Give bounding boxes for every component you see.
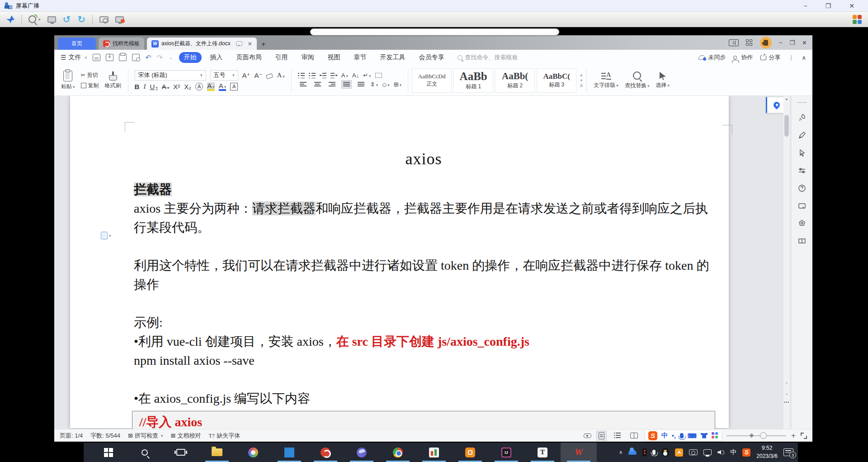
tray-camera-icon[interactable] bbox=[689, 449, 698, 455]
open-book-icon[interactable] bbox=[797, 237, 807, 246]
zoom-slider[interactable] bbox=[726, 435, 786, 436]
tab-dev-tools[interactable]: 开发工具 bbox=[375, 52, 410, 63]
more-options-icon[interactable]: ⋮ bbox=[788, 54, 794, 61]
page-indicator[interactable]: 页面: 1/4 bbox=[60, 432, 83, 440]
start-button[interactable] bbox=[90, 443, 127, 462]
adjust-sliders-icon[interactable] bbox=[797, 166, 807, 175]
camera-icon[interactable] bbox=[99, 16, 108, 23]
print-preview-icon[interactable] bbox=[132, 54, 140, 61]
increase-font-button[interactable]: A⁺ bbox=[242, 72, 250, 79]
undo-button[interactable]: ↺ bbox=[63, 14, 71, 24]
increase-indent-icon[interactable] bbox=[330, 72, 337, 78]
tab-insert[interactable]: 插入 bbox=[205, 52, 228, 63]
command-search[interactable]: 查找命令、搜索模板 bbox=[458, 53, 518, 62]
style-normal[interactable]: AaBbCcDd正文 bbox=[412, 68, 452, 93]
recorder-app-button[interactable] bbox=[307, 443, 344, 462]
close-button[interactable]: ✕ bbox=[849, 2, 854, 10]
tab-view[interactable]: 视图 bbox=[323, 52, 345, 63]
next-page-icon[interactable]: ⌄ bbox=[785, 391, 788, 395]
export-icon[interactable] bbox=[106, 54, 113, 61]
wps-restore-button[interactable]: ❐ bbox=[789, 39, 795, 46]
tab-home[interactable]: 首页 bbox=[58, 38, 96, 50]
dolphin-app-button[interactable] bbox=[344, 443, 380, 462]
shading-button[interactable]: ◇▾ bbox=[382, 81, 390, 87]
collapse-ribbon-icon[interactable]: ∧ bbox=[802, 54, 806, 61]
microphone-icon[interactable] bbox=[680, 433, 684, 438]
qq-icon[interactable] bbox=[661, 448, 669, 457]
sogou-tray-icon[interactable]: S bbox=[742, 448, 750, 457]
distribute-button[interactable] bbox=[356, 80, 366, 89]
restore-button[interactable]: ❐ bbox=[826, 2, 831, 10]
wps-close-button[interactable]: ✕ bbox=[802, 39, 807, 46]
tray-app-icon[interactable] bbox=[642, 448, 646, 456]
floating-scroll-bar[interactable] bbox=[310, 29, 559, 35]
layout-switch-icon[interactable]: 1 bbox=[729, 39, 739, 46]
cube-app-button[interactable] bbox=[452, 443, 488, 462]
superscript-button[interactable]: X² bbox=[173, 83, 180, 90]
chart-app-button[interactable] bbox=[416, 443, 452, 462]
font-name-select[interactable]: 宋体 (标题)▾ bbox=[135, 70, 206, 81]
sogou-logo-icon[interactable]: S bbox=[648, 431, 657, 440]
new-tab-button[interactable]: + bbox=[261, 40, 266, 50]
style-heading1[interactable]: AaBb标题 1 bbox=[453, 68, 493, 93]
tray-expand-icon[interactable]: ∧ bbox=[619, 449, 623, 455]
rocket-icon[interactable] bbox=[797, 113, 807, 122]
fullscreen-icon[interactable] bbox=[801, 433, 807, 439]
wps-minimize-button[interactable]: − bbox=[779, 39, 783, 46]
screen-share-icon[interactable] bbox=[115, 16, 124, 23]
italic-button[interactable]: I bbox=[143, 83, 146, 90]
drag-handle-icon[interactable]: —— bbox=[797, 100, 807, 105]
broadcast-grid-icon[interactable] bbox=[853, 15, 862, 24]
chrome-button[interactable] bbox=[380, 443, 416, 462]
enclose-character-button[interactable]: A bbox=[195, 83, 203, 90]
decrease-indent-icon[interactable] bbox=[320, 72, 326, 78]
paste-button[interactable]: 粘贴▾ bbox=[58, 71, 78, 90]
strikethrough-button[interactable]: A▾ bbox=[162, 83, 170, 90]
share-button[interactable]: 分享 bbox=[760, 53, 780, 62]
clear-format-icon[interactable] bbox=[266, 73, 273, 79]
tab-start[interactable]: 开始 bbox=[179, 52, 202, 63]
export-card-icon[interactable] bbox=[797, 201, 807, 210]
task-view-button[interactable] bbox=[163, 443, 199, 462]
taskbar-search-button[interactable] bbox=[127, 443, 163, 462]
zoom-tool-button[interactable]: ▾ bbox=[28, 15, 41, 23]
undo-icon[interactable]: ↶ bbox=[145, 53, 151, 62]
save-icon[interactable] bbox=[93, 54, 100, 61]
vertical-scrollbar[interactable]: ▴ ⌃ ⌄ ••• bbox=[783, 96, 790, 429]
pin-icon[interactable] bbox=[6, 14, 15, 24]
redo-button[interactable]: ↻ bbox=[77, 14, 85, 24]
styles-up-icon[interactable]: ▴ bbox=[580, 73, 582, 77]
tab-docer[interactable]: 找稻壳模板 bbox=[99, 38, 144, 50]
align-right-button[interactable] bbox=[327, 80, 337, 89]
network-display-icon[interactable] bbox=[703, 449, 712, 455]
ime-toolbox-icon[interactable] bbox=[712, 432, 718, 439]
hand-cursor-icon[interactable] bbox=[760, 37, 772, 48]
bold-button[interactable]: B bbox=[135, 83, 140, 90]
text-effects-button[interactable]: A▾ bbox=[277, 72, 284, 79]
seal-badge-icon[interactable] bbox=[797, 219, 807, 228]
monitor-icon[interactable] bbox=[47, 16, 56, 23]
proofread-button[interactable]: ⊠ 文档校对 bbox=[171, 432, 201, 440]
paint-app-button[interactable] bbox=[235, 443, 271, 462]
ime-punct-icon[interactable]: •, bbox=[672, 432, 676, 439]
cloud-drive-icon[interactable] bbox=[628, 450, 637, 455]
file-explorer-button[interactable] bbox=[199, 443, 235, 462]
comment-bubble-icon[interactable] bbox=[236, 41, 242, 46]
vscode-button[interactable] bbox=[271, 443, 307, 462]
help-icon[interactable] bbox=[797, 184, 807, 193]
find-replace-button[interactable]: 查找替换▾ bbox=[622, 71, 653, 90]
zoom-slider-thumb[interactable] bbox=[760, 432, 767, 439]
subscript-button[interactable]: X₂ bbox=[184, 83, 191, 90]
outline-view-button[interactable] bbox=[612, 431, 623, 440]
zoom-in-button[interactable]: + bbox=[791, 431, 796, 440]
tab-review[interactable]: 审阅 bbox=[297, 52, 319, 63]
volume-icon[interactable] bbox=[717, 450, 724, 455]
minimize-button[interactable]: − bbox=[804, 2, 807, 10]
copy-button[interactable]: 复制 bbox=[81, 82, 99, 90]
wps-taskbar-button[interactable]: W bbox=[561, 443, 597, 462]
customize-chevron-icon[interactable]: ⌄ bbox=[169, 55, 173, 60]
signature-pen-icon[interactable] bbox=[797, 131, 807, 140]
borders-button[interactable]: ⊞▾ bbox=[394, 81, 401, 87]
text-scale-button[interactable]: A▾ bbox=[341, 72, 348, 78]
document-page[interactable]: ▾ axios 拦截器 axios 主要分为两种：请求拦截器和响应拦截器，拦截器… bbox=[70, 96, 729, 428]
